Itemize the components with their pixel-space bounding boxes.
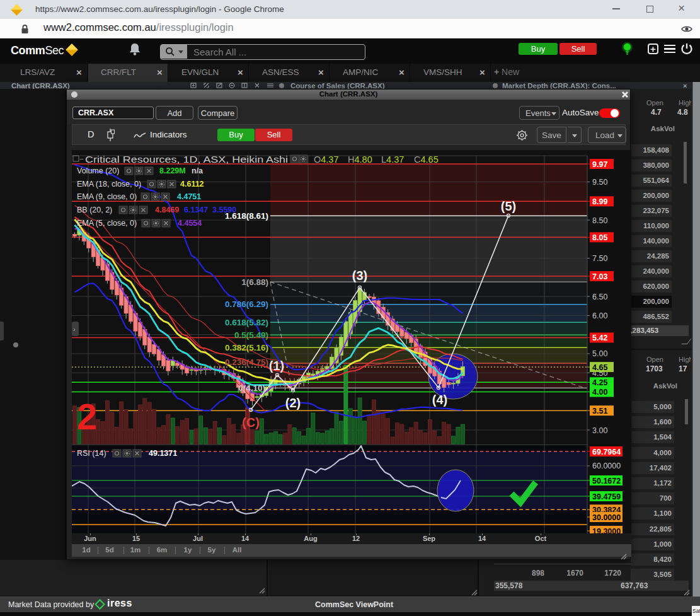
svg-text:39.4759: 39.4759 [592, 492, 621, 501]
svg-text:0.618(5.82): 0.618(5.82) [225, 318, 268, 327]
svg-text:Volume (20): Volume (20) [77, 166, 119, 175]
svg-text:8.05: 8.05 [592, 233, 607, 242]
svg-text:7.50: 7.50 [592, 254, 607, 263]
svg-text:O4.37: O4.37 [314, 154, 339, 165]
svg-text:EMA (18, close, 0): EMA (18, close, 0) [77, 180, 141, 189]
svg-text:8.99: 8.99 [592, 197, 607, 206]
svg-text:4.65: 4.65 [592, 363, 607, 372]
svg-text:H4.80: H4.80 [348, 154, 372, 165]
svg-text:n/a: n/a [192, 166, 204, 175]
svg-text:2: 2 [77, 396, 97, 437]
svg-text:0(4.10): 0(4.10) [238, 383, 265, 393]
svg-text:7.03: 7.03 [592, 272, 607, 281]
svg-text:9.97: 9.97 [592, 160, 607, 169]
svg-text:19.3000: 19.3000 [592, 527, 621, 534]
svg-text:4.00: 4.00 [592, 388, 607, 397]
svg-text:6.1347: 6.1347 [184, 206, 208, 214]
svg-text:4.4554: 4.4554 [178, 219, 202, 228]
svg-text:8.50: 8.50 [592, 216, 607, 225]
svg-text:5.42: 5.42 [592, 334, 607, 342]
svg-text:EMA (9, close, 0): EMA (9, close, 0) [77, 192, 137, 201]
svg-text:9.50: 9.50 [592, 178, 607, 187]
svg-text:BB (20, 2): BB (20, 2) [77, 206, 112, 214]
svg-text:›: › [73, 325, 76, 333]
svg-text:(5): (5) [501, 199, 516, 213]
svg-text:4.25: 4.25 [592, 378, 607, 387]
svg-text:3.00: 3.00 [592, 426, 607, 435]
svg-text:4.4751: 4.4751 [177, 192, 201, 201]
svg-text:4.8469: 4.8469 [155, 206, 179, 214]
svg-text:1(6.88): 1(6.88) [241, 277, 268, 287]
svg-text:0.5(5.49): 0.5(5.49) [234, 330, 268, 340]
svg-text:0.382(5.16): 0.382(5.16) [225, 343, 268, 352]
svg-text:60.0000: 60.0000 [592, 462, 621, 470]
svg-text:Critical Resources, 1D, ASX, H: Critical Resources, 1D, ASX, Heikin Ashi [85, 154, 288, 165]
svg-text:(C): (C) [242, 416, 260, 429]
svg-text:30.0000: 30.0000 [592, 513, 621, 522]
svg-text:50.1672: 50.1672 [592, 477, 621, 485]
svg-text:5.00: 5.00 [592, 349, 607, 358]
svg-text:(4): (4) [432, 393, 447, 407]
svg-text:RSI (14): RSI (14) [77, 449, 106, 458]
svg-text:4.6112: 4.6112 [180, 180, 204, 189]
svg-text:0.236(4.75): 0.236(4.75) [225, 357, 268, 367]
svg-text:(1): (1) [269, 359, 284, 373]
svg-text:(3): (3) [352, 269, 367, 282]
svg-text:EMA (5, close, 0): EMA (5, close, 0) [77, 219, 137, 228]
svg-text:0.786(6.29): 0.786(6.29) [225, 299, 268, 309]
svg-text:L4.37: L4.37 [381, 154, 404, 165]
svg-text:6.00: 6.00 [592, 311, 607, 320]
svg-text:3.51: 3.51 [592, 407, 607, 416]
svg-text:49.1371: 49.1371 [149, 449, 177, 458]
svg-text:8.229M: 8.229M [159, 166, 186, 175]
svg-text:69.7964: 69.7964 [592, 448, 621, 456]
svg-text:(2): (2) [285, 396, 301, 410]
svg-text:3.5590: 3.5590 [212, 206, 236, 214]
svg-text:6.50: 6.50 [592, 293, 607, 301]
svg-text:C4.65: C4.65 [414, 154, 439, 165]
